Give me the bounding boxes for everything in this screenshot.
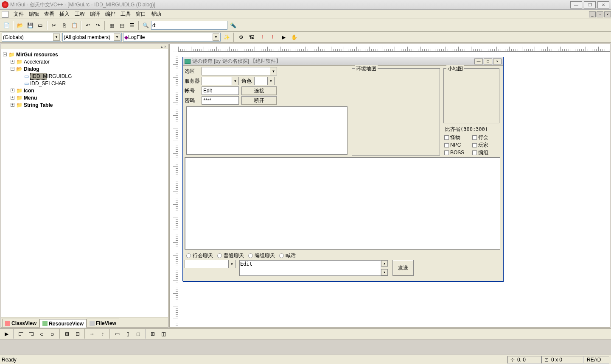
chat-scrollbar[interactable]: ▴ ▾ [381,260,388,275]
check-player[interactable] [472,143,477,147]
tree-item-mirguidlg[interactable]: IDD_MIRGUIDLG [30,73,47,80]
scope-combo[interactable]: (Globals)▼ [2,33,61,42]
redo-icon[interactable]: ↷ [93,21,103,30]
minimize-button[interactable]: — [570,1,582,8]
menu-item[interactable]: 工具 [118,11,133,18]
mdi-close-button[interactable]: × [604,11,611,17]
menu-item[interactable]: 插入 [57,11,72,18]
dialog-minimize-button[interactable]: — [474,58,483,64]
tree-root[interactable]: MirGui resources [16,52,58,58]
copy-icon[interactable]: ⎘ [59,21,69,30]
toggle-grid-icon[interactable]: ⊞ [148,329,157,339]
close-button[interactable]: ✕ [597,1,609,8]
envmap-groupbox: 环境地图 [352,68,440,156]
dialog-titlebar[interactable]: 谜の传奇 [by 谜の名侦探] 【绝世软件】 — □ × [183,57,503,66]
path-input[interactable] [151,21,227,30]
menu-item[interactable]: 查看 [42,11,57,18]
menu-item[interactable]: 编排 [103,11,118,18]
main-listbox[interactable] [185,157,500,250]
find-icon[interactable]: 🔦 [228,21,238,30]
menu-item[interactable]: 编译 [87,11,103,18]
tree-item-dialog[interactable]: Dialog [24,66,39,72]
align-top-icon[interactable]: ⫏ [37,329,47,339]
tree-item-selchar[interactable]: IDD_SELCHAR [30,81,66,86]
save-all-icon[interactable]: 🗂 [36,21,45,30]
space-across-icon[interactable]: ↔ [87,329,97,339]
menu-item[interactable]: 文件 [11,11,26,18]
radio-shout[interactable] [279,253,284,258]
check-monster[interactable] [444,135,449,140]
test-dialog-icon[interactable]: ▶ [2,329,11,339]
server-combo[interactable]: ▼ [202,77,239,85]
execute-icon[interactable]: ! [268,33,277,42]
new-icon[interactable]: 📄 [2,21,11,30]
menu-item[interactable]: 帮助 [149,11,164,18]
menu-item[interactable]: 编辑 [26,11,42,18]
save-icon[interactable]: 💾 [25,21,35,30]
build-icon[interactable]: 🏗 [247,33,256,42]
log-listbox[interactable] [186,106,348,155]
maximize-button[interactable]: ❐ [584,1,596,8]
mdi-minimize-button[interactable]: _ [589,11,596,17]
radio-normal-chat[interactable] [217,253,222,258]
space-down-icon[interactable]: ↕ [98,329,107,339]
stop-build-icon[interactable]: ! [258,33,267,42]
window-list-icon[interactable]: ☰ [127,21,137,30]
status-read: READ [587,357,601,363]
disconnect-button[interactable]: 断开 [241,96,277,105]
password-input[interactable] [202,96,239,105]
align-right-icon[interactable]: ⫎ [27,329,36,339]
tree-item-string-table[interactable]: String Table [24,102,53,108]
panel-close-button[interactable]: ▴ × [1,44,168,49]
zone-combo[interactable]: ▼ [202,67,277,75]
workspace-icon[interactable]: ▦ [107,21,116,30]
align-left-icon[interactable]: ⫍ [16,329,25,339]
members-combo[interactable]: (All global members)▼ [62,33,122,42]
dialog-close-button[interactable]: × [493,58,502,64]
tab-resourceview[interactable]: ResourceView [39,319,87,328]
dialog-maximize-button[interactable]: □ [484,58,492,64]
radio-guild-chat[interactable] [186,253,191,258]
dialog-preview[interactable]: 谜の传奇 [by 谜の名侦探] 【绝世软件】 — □ × 选区 ▼ 服务器 ▼ [182,57,503,281]
tab-fileview[interactable]: FileView [87,319,119,327]
same-width-icon[interactable]: ▭ [112,329,122,339]
menu-item[interactable]: 工程 [72,11,87,18]
tab-classview[interactable]: ClassView [2,319,39,327]
wand-icon[interactable]: ✨ [222,33,231,42]
function-combo[interactable]: ◆ LogFile▼ [123,33,221,42]
tree-item-icon[interactable]: Icon [24,88,34,94]
find-in-files-icon[interactable]: 🔍 [141,21,150,30]
chat-target-combo[interactable]: ▼ [185,260,235,268]
align-bottom-icon[interactable]: ⫐ [48,329,57,339]
paste-icon[interactable]: 📋 [70,21,79,30]
status-pos: 0, 0 [517,357,526,363]
tree-item-menu[interactable]: Menu [24,95,37,101]
connect-button[interactable]: 连接 [241,86,277,95]
breakpoint-icon[interactable]: ✋ [289,33,299,42]
cut-icon[interactable]: ✂ [49,21,59,30]
compile-icon[interactable]: ⚙ [236,33,246,42]
same-height-icon[interactable]: ▯ [123,329,132,339]
check-npc[interactable] [444,143,449,147]
center-horiz-icon[interactable]: ⊟ [73,329,82,339]
check-boss[interactable] [444,150,449,155]
output-icon[interactable]: ▤ [117,21,126,30]
chat-textarea[interactable]: Edit ▴ ▾ [239,260,388,276]
same-size-icon[interactable]: ◻ [134,329,143,339]
resource-tree[interactable]: −📁MirGui resources +📁Accelerator −📂Dialo… [1,49,168,317]
account-input[interactable] [202,86,239,95]
check-guild[interactable] [472,135,477,140]
radio-group-chat[interactable] [248,253,253,258]
check-group[interactable] [472,150,477,155]
tree-item-accelerator[interactable]: Accelerator [24,59,50,65]
open-icon[interactable]: 📂 [15,21,25,30]
menu-item[interactable]: 窗口 [133,11,149,18]
send-button[interactable]: 发送 [392,260,414,276]
role-combo[interactable]: ▼ [254,77,275,85]
go-icon[interactable]: ▶ [279,33,288,42]
center-vert-icon[interactable]: ⊞ [62,329,72,339]
undo-icon[interactable]: ↶ [83,21,92,30]
dialog-editor-canvas[interactable]: 谜の传奇 [by 谜の名侦探] 【绝世软件】 — □ × 选区 ▼ 服务器 ▼ [169,44,610,328]
mdi-restore-button[interactable]: ▫ [597,11,603,17]
toggle-guides-icon[interactable]: ◫ [159,329,168,339]
